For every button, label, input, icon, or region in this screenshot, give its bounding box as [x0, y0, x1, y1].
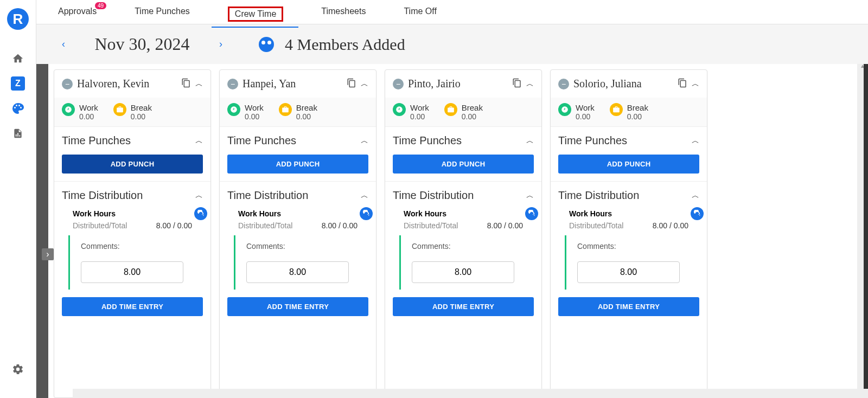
time-punches-header[interactable]: Time Punches︿	[62, 134, 203, 147]
chevron-up-icon: ︿	[361, 191, 368, 201]
next-day-button[interactable]: ›	[215, 38, 226, 50]
work-icon	[558, 103, 571, 116]
copy-icon[interactable]	[678, 78, 687, 90]
tab-bar: Approvals 49 Time Punches Crew Time Time…	[36, 0, 868, 24]
copy-icon[interactable]	[347, 78, 356, 90]
member-name: Hanpei, Yan	[242, 78, 342, 90]
chevron-up-icon: ︿	[692, 136, 699, 146]
hours-input[interactable]	[246, 261, 349, 283]
work-label: Work	[79, 103, 98, 112]
member-name: Halvoren, Kevin	[77, 78, 177, 90]
break-value: 0.00	[296, 112, 317, 121]
expand-drawer-button[interactable]: ›	[42, 248, 54, 260]
refresh-icon[interactable]	[194, 207, 207, 220]
tab-timesheets[interactable]: Timesheets	[321, 7, 366, 22]
distributed-total-label: Distributed/Total	[73, 221, 127, 230]
palette-icon[interactable]	[11, 101, 25, 115]
add-punch-button[interactable]: ADD PUNCH	[393, 155, 534, 174]
tab-time-off[interactable]: Time Off	[404, 7, 436, 22]
collapse-icon[interactable]: ︿	[692, 79, 699, 89]
add-punch-button[interactable]: ADD PUNCH	[558, 155, 699, 174]
time-distribution-header[interactable]: Time Distribution︿	[62, 189, 203, 202]
members-added-text: 4 Members Added	[285, 35, 405, 54]
prev-day-button[interactable]: ‹	[58, 38, 69, 50]
work-label: Work	[576, 103, 595, 112]
chevron-up-icon: ︿	[361, 136, 368, 146]
tab-time-punches[interactable]: Time Punches	[135, 7, 190, 22]
refresh-icon[interactable]	[360, 207, 373, 220]
collapse-icon[interactable]: ︿	[526, 79, 534, 89]
time-punches-header[interactable]: Time Punches︿	[558, 134, 699, 147]
time-distribution-header[interactable]: Time Distribution︿	[393, 189, 534, 202]
break-label: Break	[296, 103, 317, 112]
member-card: − Solorio, Juliana ︿ Work0.00 Break0.00 …	[550, 69, 707, 398]
home-icon[interactable]	[11, 52, 25, 66]
add-time-entry-button[interactable]: ADD TIME ENTRY	[393, 297, 534, 316]
work-value: 0.00	[245, 112, 264, 121]
remove-member-icon[interactable]: −	[62, 79, 73, 89]
break-icon	[444, 103, 457, 116]
copy-icon[interactable]	[181, 78, 191, 90]
break-label: Break	[131, 103, 152, 112]
tab-label: Approvals	[58, 7, 97, 16]
collapse-icon[interactable]: ︿	[361, 79, 368, 89]
add-time-entry-button[interactable]: ADD TIME ENTRY	[62, 297, 203, 316]
app-logo: R	[7, 8, 29, 30]
time-punches-header[interactable]: Time Punches︿	[227, 134, 368, 147]
distributed-total-value: 8.00 / 0.00	[322, 221, 358, 230]
main-content: Approvals 49 Time Punches Crew Time Time…	[36, 0, 868, 398]
horizontal-scrollbar[interactable]	[73, 389, 868, 398]
date-header: ‹ Nov 30, 2024 › 4 Members Added	[36, 24, 868, 64]
distributed-total-value: 8.00 / 0.00	[487, 221, 523, 230]
comments-label: Comments:	[246, 242, 349, 251]
refresh-icon[interactable]	[525, 207, 538, 220]
member-card: − Halvoren, Kevin ︿ Work0.00 Break0.00 T…	[54, 69, 211, 398]
break-value: 0.00	[131, 112, 152, 121]
tab-crew-time[interactable]: Crew Time	[228, 7, 283, 27]
sidebar: R Z	[0, 0, 36, 398]
break-value: 0.00	[462, 112, 483, 121]
work-label: Work	[410, 103, 429, 112]
work-value: 0.00	[576, 112, 595, 121]
chevron-up-icon: ︿	[526, 191, 534, 201]
member-cards: − Halvoren, Kevin ︿ Work0.00 Break0.00 T…	[48, 64, 857, 398]
left-drawer-edge	[36, 64, 48, 398]
work-icon	[62, 103, 75, 116]
refresh-icon[interactable]	[691, 207, 704, 220]
time-distribution-header[interactable]: Time Distribution︿	[558, 189, 699, 202]
hours-input[interactable]	[412, 261, 514, 283]
browser-scrollbar[interactable]	[864, 64, 868, 389]
copy-icon[interactable]	[512, 78, 522, 90]
member-card: − Pinto, Jairio ︿ Work0.00 Break0.00 Tim…	[385, 69, 542, 398]
add-time-entry-button[interactable]: ADD TIME ENTRY	[227, 297, 368, 316]
work-value: 0.00	[410, 112, 429, 121]
remove-member-icon[interactable]: −	[393, 79, 404, 89]
tab-label: Crew Time	[228, 7, 283, 22]
break-icon	[113, 103, 126, 116]
break-icon	[610, 103, 623, 116]
tab-approvals[interactable]: Approvals 49	[58, 7, 97, 22]
add-punch-button[interactable]: ADD PUNCH	[62, 155, 203, 174]
remove-member-icon[interactable]: −	[227, 79, 238, 89]
add-time-entry-button[interactable]: ADD TIME ENTRY	[558, 297, 699, 316]
z-app-icon[interactable]: Z	[11, 76, 25, 91]
break-label: Break	[462, 103, 483, 112]
report-icon[interactable]	[11, 126, 25, 140]
hours-input[interactable]	[81, 261, 183, 283]
hours-input[interactable]	[577, 261, 680, 283]
work-hours-label: Work Hours	[73, 209, 192, 218]
remove-member-icon[interactable]: −	[558, 79, 569, 89]
work-hours-label: Work Hours	[238, 209, 358, 218]
distributed-total-value: 8.00 / 0.00	[653, 221, 688, 230]
chevron-up-icon: ︿	[526, 136, 534, 146]
chevron-up-icon: ︿	[692, 191, 699, 201]
break-label: Break	[627, 103, 648, 112]
comments-label: Comments:	[81, 242, 183, 251]
time-punches-header[interactable]: Time Punches︿	[393, 134, 534, 147]
member-name: Pinto, Jairio	[408, 78, 508, 90]
gear-icon[interactable]	[11, 362, 25, 376]
collapse-icon[interactable]: ︿	[195, 79, 203, 89]
add-punch-button[interactable]: ADD PUNCH	[227, 155, 368, 174]
approvals-badge: 49	[95, 2, 106, 9]
time-distribution-header[interactable]: Time Distribution︿	[227, 189, 368, 202]
